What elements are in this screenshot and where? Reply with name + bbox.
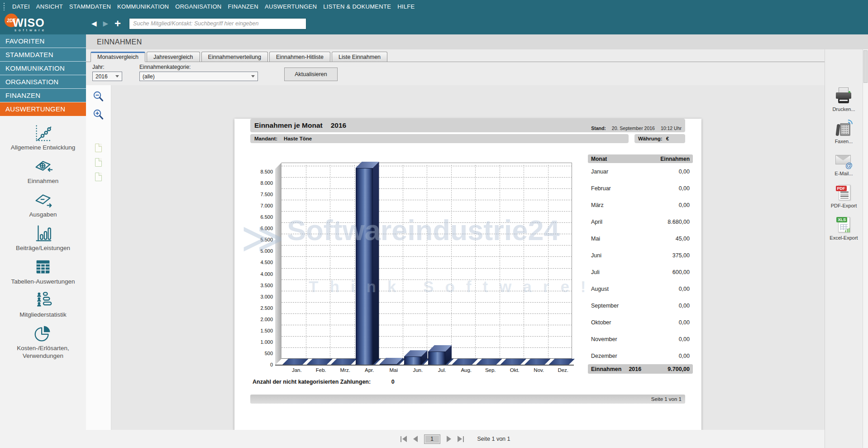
month-cell: Mai xyxy=(591,236,600,242)
value-cell: 0,00 xyxy=(679,185,690,192)
year-select[interactable]: 2016 xyxy=(92,72,122,81)
year-field: Jahr: 2016 xyxy=(92,64,122,81)
category-value: (alle) xyxy=(143,73,155,80)
bar-apr xyxy=(356,168,373,365)
category-select[interactable]: (alle) xyxy=(139,72,258,81)
menu-item-ansicht[interactable]: ANSICHT xyxy=(33,3,66,10)
add-button[interactable]: + xyxy=(114,19,121,28)
value-cell: 0,00 xyxy=(679,286,690,292)
menu-item-auswertungen[interactable]: AUSWERTUNGEN xyxy=(262,3,320,10)
sidebar-tool-label: Mitgliederstatistik xyxy=(17,310,69,319)
first-page-button[interactable] xyxy=(401,436,407,442)
tab-monatsvergleich[interactable]: Monatsvergleich xyxy=(91,52,145,62)
filter-bar: Jahr: 2016 Einnahmenkategorie: (alle) xyxy=(86,62,825,85)
menu-item-kommunikation[interactable]: KOMMUNIKATION xyxy=(114,3,172,10)
page-thumbnail-icon[interactable] xyxy=(95,144,102,152)
note-value: 0 xyxy=(391,379,395,385)
search-input[interactable] xyxy=(129,18,306,29)
month-base-nov xyxy=(524,359,551,365)
table-row-februar: Februar 0,00 xyxy=(588,180,693,197)
wiso-logo: 2DF WISO software xyxy=(0,13,68,34)
gridline-v xyxy=(451,165,452,359)
fax-icon xyxy=(835,120,853,138)
zoom-out-icon[interactable] xyxy=(92,91,105,103)
x-axis-line xyxy=(275,365,574,366)
forward-button[interactable]: ▶ xyxy=(103,19,109,28)
tab-einnahmen-hitliste[interactable]: Einnahmen-Hitliste xyxy=(269,52,330,62)
viewer-toolbar xyxy=(86,85,111,430)
menu-item-listen-dokumente[interactable]: LISTEN & DOKUMENTE xyxy=(320,3,394,10)
month-base-aug xyxy=(452,359,478,365)
current-page-box[interactable]: 1 xyxy=(424,434,440,444)
sidebar-item-finanzen[interactable]: FINANZEN xyxy=(0,89,86,102)
export-faxen[interactable]: Faxen... xyxy=(835,120,853,144)
sidebar-tool-label: Tabellen-Auswertungen xyxy=(8,277,77,286)
page-thumbnail-icon[interactable] xyxy=(95,158,102,167)
income-note-icon xyxy=(33,156,53,177)
tab-einnahmenverteilung[interactable]: Einnahmenverteilung xyxy=(201,52,268,62)
currency-label: Währung: xyxy=(638,136,663,141)
value-cell: 8.680,00 xyxy=(668,219,690,225)
zoom-in-icon[interactable] xyxy=(92,109,105,121)
export-excel-export[interactable]: XLSExcel-Export xyxy=(830,216,858,241)
table-row-juni: Juni 375,00 xyxy=(588,247,693,264)
sidebar-item-auswertungen[interactable]: AUSWERTUNGEN xyxy=(0,102,86,116)
month-base-okt xyxy=(500,359,527,365)
sidebar-item-kommunikation[interactable]: KOMMUNIKATION xyxy=(0,62,86,75)
sidebar-tool-einnahmen[interactable]: Einnahmen xyxy=(0,156,86,185)
currency-bar: Währung: € xyxy=(634,134,685,143)
export-pdf-export[interactable]: PDFPDF-Export xyxy=(831,184,857,208)
scrollbar-thumb[interactable] xyxy=(863,50,868,83)
export-e-mail[interactable]: @E-Mail... xyxy=(835,152,853,176)
value-cell: 0,00 xyxy=(679,169,690,175)
export-panel: Drucken...Faxen...@E-Mail...PDFPDF-Expor… xyxy=(825,49,863,448)
refresh-button[interactable]: Aktualisieren xyxy=(284,67,338,81)
menu-item-finanzen[interactable]: FINANZEN xyxy=(225,3,262,10)
grip-handle-icon[interactable] xyxy=(3,2,5,10)
report-stand: Stand: 20. September 2016 10:12 Uhr xyxy=(591,125,682,131)
previous-page-button[interactable] xyxy=(413,436,418,442)
menu-item-organisation[interactable]: ORGANISATION xyxy=(172,3,224,10)
next-page-button[interactable] xyxy=(447,436,451,442)
vertical-scrollbar[interactable] xyxy=(863,49,868,448)
sidebar-item-stammdaten[interactable]: STAMMDATEN xyxy=(0,48,86,62)
month-base-jan xyxy=(282,359,309,365)
bar-jul xyxy=(428,352,445,365)
back-button[interactable]: ◀ xyxy=(91,19,97,28)
menu-item-hilfe[interactable]: HILFE xyxy=(394,3,418,10)
y-axis-label: 6.000 xyxy=(254,226,273,231)
tab-jahresvergleich[interactable]: Jahresvergleich xyxy=(147,52,200,62)
y-axis-label: 8.000 xyxy=(254,180,273,186)
sidebar-item-favoriten[interactable]: FAVORITEN xyxy=(0,34,86,48)
month-cell: Juli xyxy=(591,269,600,275)
gridline-v xyxy=(475,165,476,359)
table-row-m-rz: März 0,00 xyxy=(588,197,693,213)
col-einnahmen: Einnahmen xyxy=(660,156,690,162)
expense-note-icon xyxy=(33,189,53,210)
last-page-button[interactable] xyxy=(458,436,464,442)
sidebar-tool-ausgaben[interactable]: Ausgaben xyxy=(0,189,86,219)
y-axis-label: 500 xyxy=(254,351,273,356)
menu-item-stammdaten[interactable]: STAMMDATEN xyxy=(66,3,114,10)
sidebar-tool-tabellen-auswertungen[interactable]: Tabellen-Auswertungen xyxy=(0,256,86,286)
history-nav: ◀ ▶ + xyxy=(91,19,121,28)
tab-liste-einnahmen[interactable]: Liste Einnahmen xyxy=(332,52,387,62)
menu-item-datei[interactable]: DATEI xyxy=(9,3,33,10)
sidebar-tool-mitgliederstatistik[interactable]: Mitgliederstatistik xyxy=(0,289,86,319)
pdf-export-icon: PDF xyxy=(835,184,853,202)
y-axis-label: 1.500 xyxy=(254,328,273,333)
sidebar-tool-allgemeine-entwicklung[interactable]: Allgemeine Entwicklung xyxy=(0,122,86,152)
month-cell: September xyxy=(591,303,619,309)
total-label: Einnahmen2016 xyxy=(591,366,641,372)
export-drucken[interactable]: Drucken... xyxy=(832,87,855,112)
month-base-feb xyxy=(306,359,333,365)
sidebar-tool-kosten-erl-sarten-verwendungen[interactable]: Kosten-/Erlösarten, Verwendungen xyxy=(0,323,86,360)
value-cell: 0,00 xyxy=(679,303,690,309)
uncategorized-note: Anzahl der nicht kategorisierten Zahlung… xyxy=(253,379,701,385)
report-title: Einnahmen je Monat xyxy=(254,121,323,130)
page-thumbnail-icon[interactable] xyxy=(95,173,102,181)
sidebar-item-organisation[interactable]: ORGANISATION xyxy=(0,75,86,89)
y-axis-label: 0 xyxy=(254,362,273,367)
y-axis-label: 7.000 xyxy=(254,203,273,208)
sidebar-tool-beitr-ge-leistungen[interactable]: Beiträge/Leistungen xyxy=(0,223,86,252)
